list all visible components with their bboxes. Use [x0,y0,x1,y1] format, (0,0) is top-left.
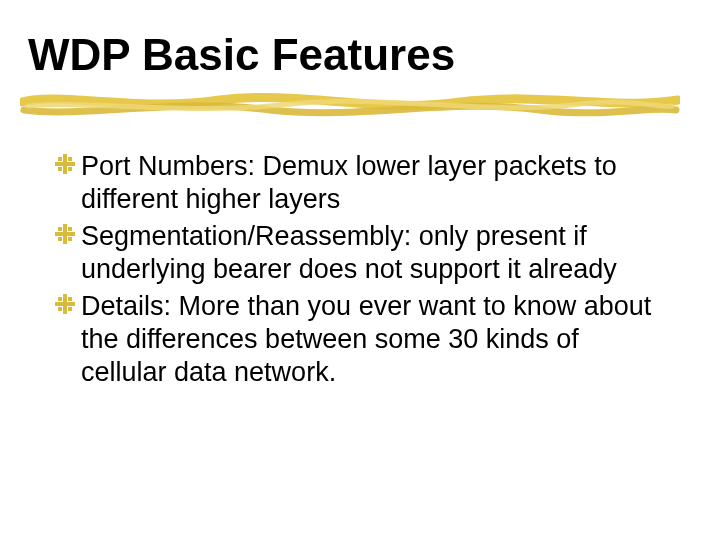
svg-rect-13 [55,302,75,306]
svg-rect-2 [58,157,62,161]
svg-rect-11 [68,237,72,241]
svg-rect-3 [68,157,72,161]
list-item: Details: More than you ever want to know… [55,290,665,389]
svg-rect-17 [68,307,72,311]
ornament-bullet-icon [55,154,75,174]
list-item-text: Segmentation/Reassembly: only present if… [81,221,617,284]
list-item-text: Port Numbers: Demux lower layer packets … [81,151,617,214]
svg-rect-10 [58,237,62,241]
svg-rect-16 [58,307,62,311]
svg-rect-1 [55,162,75,166]
svg-rect-14 [58,297,62,301]
svg-rect-9 [68,227,72,231]
slide-title: WDP Basic Features [28,32,455,78]
list-item: Segmentation/Reassembly: only present if… [55,220,665,286]
svg-rect-15 [68,297,72,301]
title-underline [20,86,680,122]
ornament-bullet-icon [55,294,75,314]
svg-rect-7 [55,232,75,236]
svg-rect-4 [58,167,62,171]
list-item: Port Numbers: Demux lower layer packets … [55,150,665,216]
svg-rect-8 [58,227,62,231]
list-item-text: Details: More than you ever want to know… [81,291,651,387]
slide: WDP Basic Features Port Numbers: Demux l… [0,0,720,540]
bullet-list: Port Numbers: Demux lower layer packets … [55,150,665,393]
ornament-bullet-icon [55,224,75,244]
svg-rect-5 [68,167,72,171]
